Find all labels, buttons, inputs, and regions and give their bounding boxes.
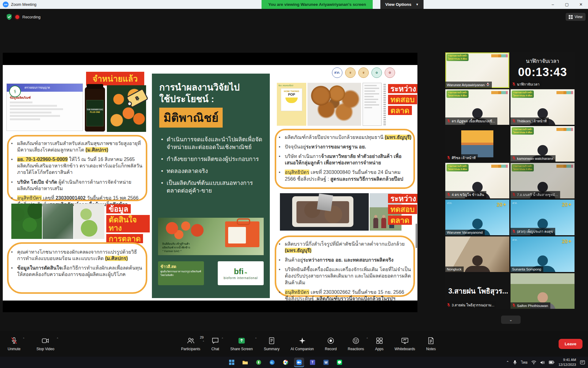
rice-brand-card: ข้าวสี.สด ศูนย์นวัตกรรมอาหารแปรรูป ผลิตภ… xyxy=(158,261,204,285)
participants-button[interactable]: Participants29⌃ xyxy=(177,335,204,353)
participant-tile[interactable]: รายงานความก้าวหน้าโครงการระยะ 6 เดือน4 ด… xyxy=(445,163,509,198)
red-label-line: ทดสอบ xyxy=(388,205,417,214)
chevron-up-icon[interactable]: ⌃ xyxy=(202,340,205,343)
language-indicator[interactable]: ไทย xyxy=(521,359,527,365)
settings-green-icon[interactable] xyxy=(254,358,264,367)
start-icon[interactable] xyxy=(227,358,237,367)
chat-button[interactable]: Chat⌃ xyxy=(207,335,223,353)
windows-taskbar: TW ⌃ ไทย 9:41 AM 12/12/2023 xyxy=(0,357,588,368)
view-layout-button[interactable]: View xyxy=(566,13,586,21)
red-label-line: ตลาด xyxy=(388,106,412,115)
apps-button[interactable]: Apps xyxy=(371,335,387,353)
red-label-line: ระหว่าง xyxy=(388,84,417,93)
leave-button[interactable]: Leave xyxy=(559,339,582,349)
timer-heading: นาฬิกาจับเวลา xyxy=(511,57,575,65)
toolbar-center-group: Participants29⌃Chat⌃Share Screen⌃Summary… xyxy=(177,335,440,353)
svg-text:T: T xyxy=(311,361,314,364)
zoom-icon[interactable] xyxy=(294,358,304,367)
security-shield-icon[interactable] xyxy=(6,13,12,20)
bullet-item: ปัจจุบันอยู่ระหว่างการขอมาตรฐาน อย. xyxy=(277,144,412,150)
mic-muted-icon xyxy=(447,156,450,160)
participants-icon xyxy=(187,337,195,346)
participant-tile[interactable]: สวก.20✦Warunee Varanyanond xyxy=(445,200,509,235)
toolbar-label: Summary xyxy=(264,347,279,351)
sunset-photo xyxy=(461,130,493,157)
share-screen-button[interactable]: Share Screen⌃ xyxy=(226,335,257,353)
unmute-button[interactable]: Unmute⌃ xyxy=(4,335,24,353)
shared-screen-scrollbar[interactable] xyxy=(416,224,417,248)
chevron-up-icon[interactable]: ⌃ xyxy=(56,337,59,340)
participant-tile[interactable]: รายงานความก้าวหน้าโครงการระยะ 6 เดือน7.อ… xyxy=(511,163,575,198)
virtual-bg-report-badge: รายงานความก้าวหน้าโครงการระยะ 6 เดือน xyxy=(512,164,534,171)
participant-tile[interactable]: รายงานความก้าวหน้าโครงการระยะ 6 เดือนWar… xyxy=(445,52,509,88)
svk-logo: สวก. xyxy=(447,201,452,205)
maximize-button[interactable]: ▢ xyxy=(560,0,574,9)
close-button[interactable]: ✕ xyxy=(574,0,588,9)
red-label-line: ตัดสินใจทาง xyxy=(106,215,150,232)
word-icon[interactable]: W xyxy=(321,358,331,367)
shared-screen: จำหน่ายแล้ว ตรวจสอบการอนุญาต ⚕ ข้อมูลผลิ… xyxy=(3,53,417,312)
participant-tile[interactable]: สวก.20✦(สวก) เพ็ญประภา คงสุข xyxy=(511,200,575,235)
participant-name: Thitikorn_เจ้าหน้าที xyxy=(511,117,549,125)
edge-icon[interactable] xyxy=(267,358,277,367)
share-screen-icon xyxy=(238,337,246,346)
chevron-up-icon[interactable]: ⌃ xyxy=(255,337,257,340)
participant-tile[interactable]: นาฬิกาจับเวลา00:13:43นาฬิกาจับเวลา xyxy=(511,52,575,88)
tray-mic-icon[interactable] xyxy=(513,360,517,365)
supplement-jar-image: THE FARMER GACPLUS ONE xyxy=(85,87,105,132)
chrome-icon[interactable] xyxy=(281,358,291,367)
mic-muted-icon xyxy=(10,337,18,346)
ai-companion-button[interactable]: AI Companion xyxy=(287,335,318,353)
battery-icon[interactable] xyxy=(549,361,554,364)
toolbar-label: Apps xyxy=(375,347,383,351)
grid-view-icon xyxy=(569,15,573,19)
video-icon xyxy=(41,337,49,346)
participant-tile[interactable]: Nongluck xyxy=(445,236,509,272)
summary-button[interactable]: Summary xyxy=(260,335,283,353)
participant-name: นาฬิกาจับเวลา xyxy=(511,81,542,88)
2023-graphic: 20✦ xyxy=(562,201,572,208)
notes-button[interactable]: Notes xyxy=(422,335,440,353)
bullet-item: บริษัท ดำเนินการจ้างมหาวิทยาลัย ทำตัวอย่… xyxy=(277,153,412,166)
volume-icon[interactable] xyxy=(540,360,545,365)
wifi-icon[interactable] xyxy=(531,360,536,364)
virtual-bg-report-badge: รายงานความก้าวหน้าโครงการระยะ 6 เดือน xyxy=(447,90,469,98)
tray-chevron-up-icon[interactable]: ⌃ xyxy=(506,360,509,365)
participant-gallery: รายงานความก้าวหน้าโครงการระยะ 6 เดือนWar… xyxy=(445,52,575,309)
chevron-up-icon[interactable]: ⌃ xyxy=(22,337,25,340)
bullet-item: บริษัท โฮเปีย จำกัด ผู้ดำเนินกิจการด้านก… xyxy=(9,179,144,192)
bullet-item: เป็นผลิตภัณฑ์ต้นแบบเสนอทางการตลาดต่อคู่ค… xyxy=(159,179,262,194)
participant-tile[interactable]: Saifon Phothisuwan xyxy=(511,273,575,309)
chevron-up-icon[interactable]: ⌃ xyxy=(366,337,368,340)
participant-tile[interactable]: สวก.20✦Sunanta Sompong xyxy=(511,236,575,272)
notification-icon[interactable] xyxy=(580,360,585,365)
taskbar-clock[interactable]: 9:41 AM 12/12/2023 xyxy=(558,358,576,367)
stop-video-button[interactable]: Stop Video⌃ xyxy=(32,335,58,353)
participant-tile[interactable]: 3.สายฝน โพธิสุวร...3.สายฝน โพธิสุวรรณ(อา… xyxy=(445,273,509,309)
participant-tile[interactable]: รายงานความก้าวหน้าโครงการระยะ 6 เดือนkam… xyxy=(511,126,575,162)
toolbar-label: Chat xyxy=(211,347,219,351)
toolbar-label: Whiteboards xyxy=(394,347,415,351)
bullet-item: ผลิตบราวนี่กึ่งสำเร็จรูปที่มีค่าดัชนีน้ำ… xyxy=(277,241,412,254)
teams-icon[interactable]: T xyxy=(307,358,318,367)
participant-tile[interactable]: ศิริชล เจ้าหน้าที xyxy=(445,126,509,162)
line-icon[interactable] xyxy=(334,358,345,367)
red-label-line: ระหว่าง xyxy=(388,194,417,203)
participant-tile[interactable]: รายงานความก้าวหน้าโครงการระยะ 6 เดือนดร.… xyxy=(445,89,509,125)
timer-value: 00:13:43 xyxy=(511,66,575,79)
more-participants-button[interactable]: ⌄ xyxy=(501,316,521,324)
participant-silhouette xyxy=(465,255,490,272)
chevron-up-icon[interactable]: ⌃ xyxy=(221,337,224,340)
minimize-button[interactable]: – xyxy=(546,0,560,9)
bullet-item: ดำเนินการจดแจ้งและนำไปผลิตเพื่อจัดจำหน่า… xyxy=(159,136,262,151)
mic-muted-icon xyxy=(512,156,516,161)
whiteboards-button[interactable]: Whiteboards xyxy=(390,335,419,353)
mic-active-icon xyxy=(486,82,490,87)
red-label-line: ตลาด xyxy=(388,216,412,225)
participant-tile[interactable]: รายงานความก้าวหน้าโครงการระยะ 6 เดือนThi… xyxy=(511,89,575,125)
record-button[interactable]: Record xyxy=(321,335,341,353)
reactions-button[interactable]: Reactions⌃ xyxy=(344,335,368,353)
view-options-button[interactable]: View Options ▼ xyxy=(380,0,424,9)
toolbar-label: Stop Video xyxy=(36,347,55,351)
file-explorer-icon[interactable] xyxy=(240,358,250,367)
